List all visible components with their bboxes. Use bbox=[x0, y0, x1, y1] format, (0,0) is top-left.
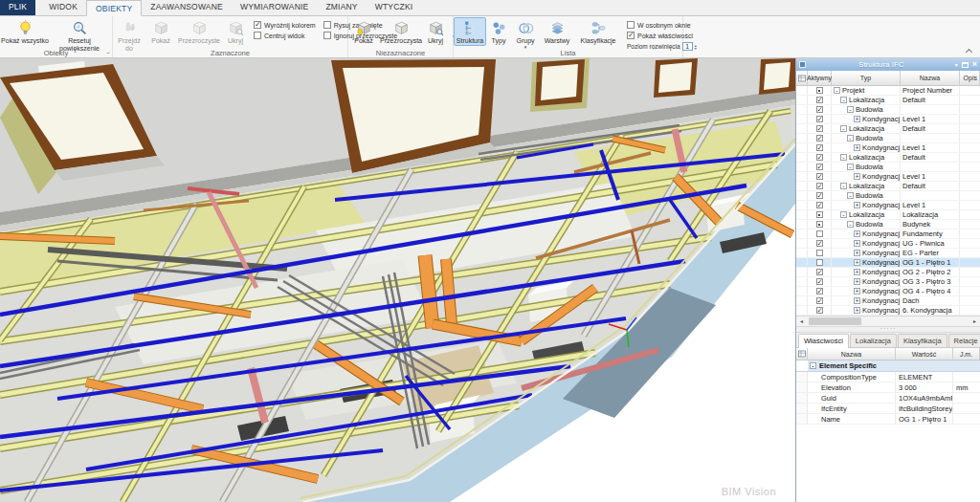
active-checkbox-cell[interactable] bbox=[808, 258, 832, 267]
active-checkbox-cell[interactable] bbox=[808, 239, 832, 248]
checkbox-checked-icon[interactable] bbox=[816, 125, 823, 132]
tree-row-project-number[interactable]: -ProjektProject Number bbox=[796, 86, 980, 96]
active-checkbox-cell[interactable] bbox=[808, 153, 832, 162]
checkbox-unchecked-icon[interactable] bbox=[323, 32, 331, 39]
panel-close-icon[interactable]: × bbox=[972, 61, 977, 68]
active-checkbox-cell[interactable] bbox=[808, 229, 832, 238]
tree-row-og-4-piętro-4[interactable]: +KondygnacjaOG 4 - Piętro 4 bbox=[796, 287, 980, 296]
ribbon-button-przezroczysta[interactable]: Przezroczysta bbox=[379, 17, 423, 46]
checkbox-unchecked-icon[interactable] bbox=[627, 21, 635, 29]
expand-icon[interactable]: + bbox=[854, 250, 860, 256]
tree-horizontal-scrollbar[interactable]: ◄ ► bbox=[796, 316, 980, 326]
collapse-icon[interactable]: - bbox=[847, 164, 854, 170]
checkbox-unchecked-icon[interactable] bbox=[323, 21, 331, 29]
active-checkbox-cell[interactable] bbox=[808, 220, 832, 229]
expand-icon[interactable]: + bbox=[854, 240, 860, 247]
tree-row-lokalizacja[interactable]: -LokalizacjaLokalizacja bbox=[796, 210, 980, 220]
tree-row-default[interactable]: -LokalizacjaDefault bbox=[796, 124, 980, 134]
active-checkbox-cell[interactable] bbox=[808, 105, 832, 114]
collapse-icon[interactable]: - bbox=[840, 97, 847, 103]
tree-row-budowla[interactable]: -Budowla bbox=[796, 191, 980, 201]
collapse-icon[interactable]: - bbox=[847, 106, 854, 113]
active-checkbox-cell[interactable] bbox=[808, 124, 832, 133]
collapse-icon[interactable]: - bbox=[847, 135, 854, 142]
expand-icon[interactable]: + bbox=[854, 230, 860, 237]
properties-tab-lokalizacja[interactable]: Lokalizacja bbox=[850, 334, 897, 347]
active-checkbox-cell[interactable] bbox=[808, 268, 832, 276]
expand-icon[interactable]: + bbox=[854, 144, 860, 151]
viewport-3d[interactable]: BIM Vision bbox=[0, 58, 795, 502]
collapse-icon[interactable]: - bbox=[810, 362, 816, 369]
props-header-nazwa[interactable]: Nazwa bbox=[808, 348, 896, 360]
collapse-icon[interactable]: - bbox=[834, 87, 840, 94]
props-header-jm[interactable]: J.m. bbox=[953, 348, 980, 360]
expand-icon[interactable]: + bbox=[854, 307, 860, 314]
scroll-thumb[interactable] bbox=[809, 317, 861, 325]
checkbox-partial-icon[interactable] bbox=[816, 221, 823, 228]
tree-header-aktywny[interactable]: Aktywny bbox=[808, 71, 832, 85]
checkbox-checked-icon[interactable] bbox=[816, 173, 823, 180]
tree-row-default[interactable]: -LokalizacjaDefault bbox=[796, 182, 980, 191]
panel-dock-icon[interactable] bbox=[962, 62, 969, 68]
tree-row-budowla[interactable]: -Budowla bbox=[796, 105, 980, 115]
menu-tab-wymiarowanie[interactable]: WYMIAROWANIE bbox=[232, 0, 318, 15]
tree-row-og-2-piętro-2[interactable]: +KondygnacjaOG 2 - Piętro 2 bbox=[796, 268, 980, 277]
scroll-track[interactable] bbox=[807, 316, 969, 326]
tree-row-budynek[interactable]: -BudowlaBudynek bbox=[796, 220, 980, 229]
tree-row-level-1[interactable]: +KondygnacjaLevel 1 bbox=[796, 172, 980, 182]
expand-icon[interactable]: + bbox=[854, 116, 860, 122]
checkbox-checked-icon[interactable] bbox=[816, 307, 823, 314]
checkbox-w-osobnym-oknie[interactable]: W osobnym oknie bbox=[627, 21, 697, 29]
active-checkbox-cell[interactable] bbox=[808, 182, 832, 190]
tree-row-level-1[interactable]: +KondygnacjaLevel 1 bbox=[796, 115, 980, 124]
ribbon-button-typy[interactable]: Typy bbox=[486, 17, 511, 46]
tree-header-nazwa[interactable]: Nazwa bbox=[901, 71, 960, 85]
expand-icon[interactable]: + bbox=[854, 202, 860, 208]
checkbox-partial-icon[interactable] bbox=[816, 211, 823, 218]
scroll-left-icon[interactable]: ◄ bbox=[796, 316, 807, 326]
checkbox-checked-icon[interactable] bbox=[816, 164, 823, 170]
tree-row-default[interactable]: -LokalizacjaDefault bbox=[796, 153, 980, 163]
active-checkbox-cell[interactable] bbox=[808, 201, 832, 209]
ribbon-button-ukryj[interactable]: Ukryj bbox=[222, 17, 249, 46]
property-row-compositiontype[interactable]: CompositionType ELEMENT bbox=[796, 372, 980, 382]
tree-row-og-1-piętro-1[interactable]: +KondygnacjaOG 1 - Piętro 1 bbox=[796, 258, 980, 268]
checkbox-checked-icon[interactable] bbox=[816, 278, 823, 285]
checkbox-checked-icon[interactable] bbox=[254, 21, 261, 29]
active-checkbox-cell[interactable] bbox=[808, 143, 832, 152]
tree-header-typ[interactable]: Typ bbox=[832, 71, 901, 85]
ribbon-button-warstwy[interactable]: Warstwy bbox=[540, 17, 574, 46]
tree-row-eg-parter[interactable]: +KondygnacjaEG - Parter bbox=[796, 249, 980, 258]
ribbon-button-grupy[interactable]: Grupy▾ bbox=[511, 17, 540, 50]
menu-tab-plik[interactable]: PLIK bbox=[0, 0, 35, 15]
active-checkbox-cell[interactable] bbox=[808, 86, 832, 95]
spinner-arrows-icon[interactable]: ▴▾ bbox=[695, 44, 697, 50]
spinner-value[interactable]: 1 bbox=[682, 42, 693, 51]
collapse-icon[interactable]: - bbox=[840, 125, 847, 132]
active-checkbox-cell[interactable] bbox=[808, 115, 832, 123]
property-row-elevation[interactable]: Elevation 3 000 mm bbox=[796, 382, 980, 393]
checkbox-partial-icon[interactable] bbox=[816, 87, 823, 94]
checkbox-checked-icon[interactable] bbox=[816, 116, 823, 122]
expand-icon[interactable]: + bbox=[854, 173, 860, 180]
collapse-icon[interactable]: - bbox=[840, 154, 847, 161]
checkbox-wyróżnij-kolorem[interactable]: Wyróżnij kolorem bbox=[254, 21, 316, 29]
properties-tab-relacje[interactable]: Relacje bbox=[948, 334, 980, 347]
ribbon-button-pokaż[interactable]: Pokaż bbox=[145, 17, 176, 46]
checkbox-unchecked-icon[interactable] bbox=[254, 32, 261, 39]
ribbon-button-ukryj[interactable]: Ukryj bbox=[423, 17, 448, 46]
active-checkbox-cell[interactable] bbox=[808, 210, 832, 219]
expand-icon[interactable]: + bbox=[854, 288, 860, 295]
tree-row-budowla[interactable]: -Budowla bbox=[796, 134, 980, 143]
expand-icon[interactable]: + bbox=[854, 278, 860, 285]
active-checkbox-cell[interactable] bbox=[808, 172, 832, 181]
checkbox-checked-icon[interactable] bbox=[816, 269, 823, 275]
tree-row-og-3-piętro-3[interactable]: +KondygnacjaOG 3 - Piętro 3 bbox=[796, 277, 980, 287]
active-checkbox-cell[interactable] bbox=[808, 287, 832, 295]
checkbox-checked-icon[interactable] bbox=[816, 202, 823, 208]
checkbox-unchecked-icon[interactable] bbox=[816, 259, 823, 266]
tree-row-6-kondygnacja[interactable]: +Kondygnacja6. Kondygnacja bbox=[796, 306, 980, 316]
props-header-wartosc[interactable]: Wartość bbox=[896, 348, 953, 360]
checkbox-checked-icon[interactable] bbox=[816, 297, 823, 304]
tree-header-opis[interactable]: Opis bbox=[960, 71, 980, 85]
